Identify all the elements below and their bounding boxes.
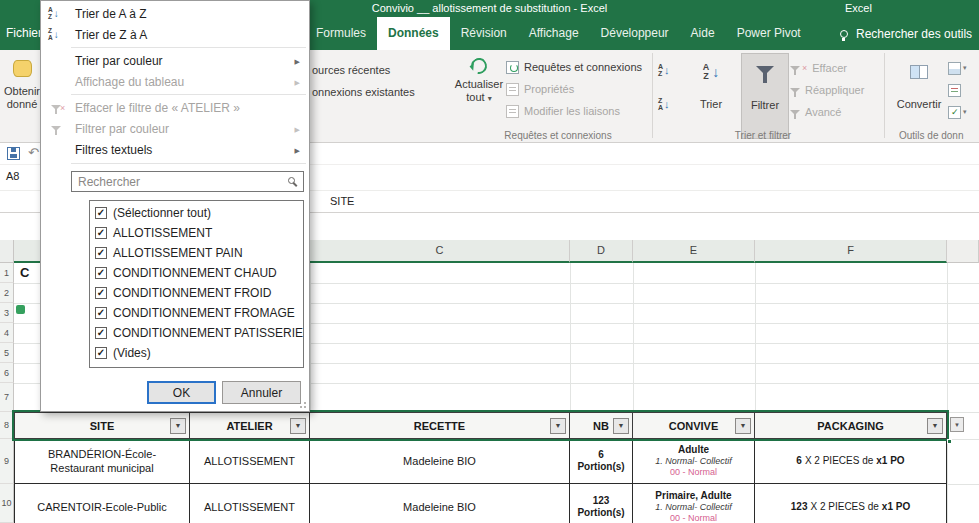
tab-formules[interactable]: Formules [305,17,377,50]
cell-recette[interactable]: Madeleine BIO [310,484,570,523]
row-header-10[interactable]: 10 [0,484,14,523]
cell-packaging[interactable]: 123 X 2 PIECES de x1 PO [755,484,947,523]
row-header-9[interactable]: 9 [0,439,14,484]
header-cell-convive[interactable]: CONVIVE ▼ [633,412,755,439]
filter-dropdown-button[interactable]: ▼ [170,418,186,434]
row-header-6[interactable]: 6 [0,363,14,383]
fill-handle[interactable] [947,439,952,444]
filter-option[interactable]: ✓ ALLOTISSEMENT [90,223,303,243]
column-header-f[interactable]: F [755,240,947,263]
filter-dropdown-button[interactable]: ▼ [290,418,306,434]
header-cell-atelier[interactable]: ATELIER ▼ [190,412,310,439]
save-icon[interactable] [7,147,20,160]
cell-packaging[interactable]: 6 X 2 PIECES de x1 PO [755,439,947,484]
column-header-g[interactable] [947,240,979,263]
sort-button[interactable]: AZ ↓ Trier [686,53,736,139]
data-validation-button[interactable]: ▾ [948,101,967,123]
ok-button[interactable]: OK [147,381,216,404]
filter-option[interactable]: ✓ CONDITIONNEMENT FROID [90,283,303,303]
menu-sort-by-color[interactable]: Trier par couleur ▶ [41,51,309,72]
checkbox-checked-icon[interactable]: ✓ [95,287,107,299]
row-header-5[interactable]: 5 [0,343,14,363]
tab-power-pivot[interactable]: Power Pivot [726,17,812,50]
checkbox-checked-icon[interactable]: ✓ [95,207,107,219]
sort-asc-button[interactable]: AZ ↓ [658,57,686,83]
filter-button[interactable]: Filtrer [741,53,789,139]
filter-dropdown-button[interactable]: ▼ [950,417,964,432]
cell-nb[interactable]: 6 Portion(s) [570,439,633,484]
checkbox-checked-icon[interactable]: ✓ [95,307,107,319]
filter-option-select-all[interactable]: ✓ (Sélectionner tout) [90,203,303,223]
menu-sort-za[interactable]: ZA ↓ Trier de Z à A [41,25,309,46]
text-to-columns-button[interactable]: Convertir [893,53,945,139]
filter-dropdown-button[interactable]: ▼ [735,418,751,434]
header-cell-site[interactable]: SITE ▼ [14,412,190,439]
row-header-1[interactable]: 1 [0,263,14,283]
tab-aide[interactable]: Aide [680,17,726,50]
row-header-7[interactable]: 7 [0,383,14,412]
edit-links-button[interactable]: Modifier les liaisons [506,100,642,122]
filter-option-blanks[interactable]: ✓ (Vides) [90,343,303,363]
checkbox-checked-icon[interactable]: ✓ [95,327,107,339]
checkbox-checked-icon[interactable]: ✓ [95,347,107,359]
formula-bar-input[interactable]: SITE [330,195,354,207]
tellme-search[interactable]: Rechercher des outils [840,17,972,50]
filter-option[interactable]: ✓ CONDITIONNEMENT FROMAGE [90,303,303,323]
existing-connections-button[interactable]: onnexions existantes [312,86,415,98]
cell-convive[interactable]: Adulte 1. Normal- Collectif 00 - Normal [633,439,755,484]
refresh-all-button[interactable]: Actualiser tout ▾ [452,53,506,139]
column-header-e[interactable]: E [633,240,755,263]
row-header-2[interactable]: 2 [0,283,14,303]
filter-dropdown-button[interactable]: ▼ [927,418,943,434]
queries-connections-button[interactable]: Requêtes et connexions [506,56,642,78]
menu-clear-filter[interactable]: × Effacer le filtre de « ATELIER » [41,98,309,119]
header-cell-recette[interactable]: RECETTE ▼ [310,412,570,439]
filter-search-input[interactable] [72,172,303,191]
cell-atelier[interactable]: ALLOTISSEMENT [190,439,310,484]
checkbox-checked-icon[interactable]: ✓ [95,267,107,279]
row-header-4[interactable]: 4 [0,323,14,343]
recent-sources-button[interactable]: ources récentes [312,64,390,76]
undo-icon[interactable]: ↶ [28,145,39,160]
header-cell-packaging[interactable]: PACKAGING ▼ [755,412,947,439]
cancel-button[interactable]: Annuler [222,381,301,404]
cell-recette[interactable]: Madeleine BIO [310,439,570,484]
cell-nb[interactable]: 123 Portion(s) [570,484,633,523]
menu-sort-az[interactable]: AZ ↓ Trier de A à Z [41,4,309,25]
tab-donnees[interactable]: Données [377,17,450,50]
filter-dropdown-button[interactable]: ▼ [550,418,566,434]
row-header-3[interactable]: 3 [0,303,14,323]
header-cell-nb[interactable]: NB ▼ [570,412,633,439]
remove-duplicates-button[interactable] [948,79,967,101]
cell-site[interactable]: CARENTOIR-Ecole-Public [14,484,190,523]
cell-site[interactable]: BRANDÉRION-École- Restaurant municipal [14,439,190,484]
get-data-button[interactable]: Obtenir donné [2,55,42,111]
cell-convive[interactable]: Primaire, Adulte 1. Normal- Collectif 00… [633,484,755,523]
properties-button[interactable]: Propriétés [506,78,642,100]
cell-atelier[interactable]: ALLOTISSEMENT [190,484,310,523]
select-all-corner[interactable] [0,240,14,263]
resize-grip[interactable] [298,400,307,409]
tab-revision[interactable]: Révision [450,17,518,50]
flash-fill-button[interactable]: ▾ [948,57,967,79]
tab-affichage[interactable]: Affichage [518,17,590,50]
cell-a1-text: C [20,265,29,280]
menu-filter-by-color[interactable]: Filtrer par couleur ▶ [41,119,309,140]
reapply-button[interactable]: Réappliquer [790,79,864,101]
menu-text-filters[interactable]: Filtres textuels ▶ [41,140,309,161]
filter-option[interactable]: ✓ CONDITIONNEMENT PATISSERIE [90,323,303,343]
column-header-d[interactable]: D [570,240,633,263]
checkbox-checked-icon[interactable]: ✓ [95,227,107,239]
menu-sheet-view[interactable]: Affichage du tableau ▶ [41,72,309,93]
row-header-8[interactable]: 8 [0,412,14,439]
filter-option[interactable]: ✓ ALLOTISSEMENT PAIN [90,243,303,263]
clear-filter-button[interactable]: × Effacer [790,57,864,79]
sort-desc-button[interactable]: ZA ↓ [658,91,686,117]
filter-option[interactable]: ✓ CONDITIONNEMENT CHAUD [90,263,303,283]
checkbox-checked-icon[interactable]: ✓ [95,247,107,259]
name-box[interactable]: A8 [6,170,19,182]
filter-dropdown-button[interactable]: ▼ [613,418,629,434]
advanced-button[interactable]: Avancé [790,101,864,123]
column-header-c[interactable]: C [310,240,570,263]
tab-developpeur[interactable]: Développeur [590,17,680,50]
